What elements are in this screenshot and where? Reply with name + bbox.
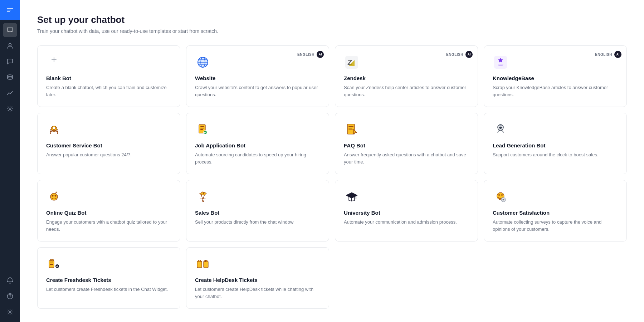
svg-rect-20 (200, 126, 204, 127)
svg-point-2 (8, 75, 13, 77)
card-title-job-application-bot: Job Application Bot (195, 142, 320, 148)
card-zendesk[interactable]: ENGLISH AI Z Zendesk Scan your Zendesk h… (335, 45, 478, 107)
online-quiz-icon (48, 190, 60, 203)
card-title-customer-satisfaction: Customer Satisfaction (493, 210, 618, 216)
card-desc-customer-service-bot: Answer popular customer questions 24/7. (46, 151, 171, 158)
card-desc-knowledgebase: Scrap your KnowledgeBase articles to ans… (493, 84, 618, 98)
svg-rect-40 (50, 264, 53, 265)
card-icon-create-helpdesk-tickets (195, 256, 211, 272)
bell-icon (6, 277, 14, 284)
sidebar-item-settings[interactable] (3, 305, 17, 319)
card-job-application-bot[interactable]: Job Application Bot Automate sourcing ca… (186, 113, 329, 174)
job-application-icon (196, 123, 209, 136)
sidebar-nav (3, 20, 17, 270)
card-university-bot[interactable]: University Bot Automate your communicati… (335, 180, 478, 241)
svg-rect-43 (198, 260, 199, 262)
svg-rect-37 (50, 259, 52, 261)
page-header: Set up your chatbot Train your chatbot w… (37, 14, 627, 34)
svg-rect-14 (494, 56, 507, 69)
card-title-customer-service-bot: Customer Service Bot (46, 142, 171, 148)
card-create-freshdesk-tickets[interactable]: Create Freshdesk Tickets Let customers c… (37, 247, 180, 309)
card-icon-create-freshdesk-tickets (46, 256, 62, 272)
card-title-create-helpdesk-tickets: Create HelpDesk Tickets (195, 277, 320, 283)
svg-rect-38 (52, 259, 53, 261)
contacts-icon (6, 42, 14, 49)
freshdesk-icon (48, 258, 60, 270)
sidebar-item-chat[interactable] (3, 54, 17, 69)
card-title-zendesk: Zendesk (344, 75, 469, 81)
card-icon-sales-bot (195, 189, 211, 205)
svg-point-31 (55, 195, 57, 197)
svg-point-3 (9, 108, 11, 110)
card-icon-job-application-bot (195, 122, 211, 137)
badge-ai: AI (614, 51, 621, 58)
card-title-faq-bot: FAQ Bot (344, 142, 469, 148)
sidebar-item-automation[interactable] (3, 102, 17, 116)
database-icon (6, 74, 14, 81)
app-logo[interactable] (0, 0, 20, 20)
card-title-knowledgebase: KnowledgeBase (493, 75, 618, 81)
sidebar-item-help[interactable] (3, 289, 17, 303)
sidebar-item-database[interactable] (3, 70, 17, 84)
card-desc-create-freshdesk-tickets: Let customers create Freshdesk tickets i… (46, 286, 171, 293)
card-title-create-freshdesk-tickets: Create Freshdesk Tickets (46, 277, 171, 283)
svg-rect-22 (200, 129, 203, 130)
svg-rect-42 (197, 261, 202, 268)
card-badges: ENGLISH AI (297, 51, 324, 58)
badge-lang: ENGLISH (595, 53, 612, 57)
settings-icon (6, 308, 14, 316)
university-icon (345, 190, 358, 203)
sidebar-item-inbox[interactable] (3, 23, 17, 37)
svg-rect-46 (205, 260, 206, 262)
card-knowledgebase[interactable]: ENGLISH AI KnowledgeBase Scrap your Know… (484, 45, 627, 107)
card-icon-customer-satisfaction (493, 189, 508, 205)
page-subtitle: Train your chatbot with data, use our re… (37, 28, 627, 34)
svg-point-34 (501, 194, 503, 196)
card-sales-bot[interactable]: Sales Bot Sell your products directly fr… (186, 180, 329, 241)
card-website[interactable]: ENGLISH AI Website Crawl your website's … (186, 45, 329, 107)
lead-generation-icon (494, 123, 507, 136)
card-customer-satisfaction[interactable]: Customer Satisfaction Automate collectin… (484, 180, 627, 241)
card-title-sales-bot: Sales Bot (195, 210, 320, 216)
card-title-lead-generation-bot: Lead Generation Bot (493, 142, 618, 148)
customer-service-icon (48, 123, 60, 136)
card-blank-bot[interactable]: + Blank Bot Create a blank chatbot, whic… (37, 45, 180, 107)
badge-ai: AI (317, 51, 324, 58)
svg-rect-25 (348, 126, 353, 127)
card-icon-zendesk: Z (344, 54, 360, 70)
svg-point-33 (498, 194, 500, 196)
svg-rect-45 (204, 261, 208, 268)
card-icon-lead-generation-bot (493, 122, 508, 137)
card-icon-knowledgebase (493, 54, 508, 70)
card-online-quiz-bot[interactable]: Online Quiz Bot Engage your customers wi… (37, 180, 180, 241)
card-desc-sales-bot: Sell your products directly from the cha… (195, 219, 320, 226)
card-lead-generation-bot[interactable]: Lead Generation Bot Support customers ar… (484, 113, 627, 174)
card-desc-blank-bot: Create a blank chatbot, which you can tr… (46, 84, 171, 98)
knowledgebase-icon (494, 56, 507, 69)
analytics-icon (6, 89, 14, 97)
svg-point-18 (53, 127, 55, 130)
sidebar-item-analytics[interactable] (3, 86, 17, 100)
faq-icon (345, 123, 358, 136)
svg-rect-15 (498, 64, 503, 64)
svg-rect-26 (348, 128, 352, 128)
sidebar-bottom (3, 270, 17, 322)
badge-lang: ENGLISH (297, 53, 314, 57)
sidebar-item-notifications[interactable] (3, 273, 17, 288)
card-icon-university-bot (344, 189, 360, 205)
svg-point-1 (9, 44, 11, 46)
card-faq-bot[interactable]: FAQ Bot Answer frequently asked question… (335, 113, 478, 174)
svg-rect-39 (50, 263, 53, 263)
helpdesk-icon (196, 258, 209, 270)
card-title-blank-bot: Blank Bot (46, 75, 171, 81)
card-customer-service-bot[interactable]: Customer Service Bot Answer popular cust… (37, 113, 180, 174)
card-desc-university-bot: Automate your communication and admissio… (344, 219, 469, 226)
svg-rect-21 (200, 128, 204, 128)
badge-lang: ENGLISH (446, 53, 463, 57)
svg-rect-44 (200, 260, 201, 262)
card-create-helpdesk-tickets[interactable]: Create HelpDesk Tickets Let customers cr… (186, 247, 329, 309)
sidebar-item-contacts[interactable] (3, 39, 17, 53)
sales-icon (196, 190, 209, 203)
card-desc-lead-generation-bot: Support customers around the clock to bo… (493, 151, 618, 158)
svg-rect-16 (498, 65, 503, 66)
